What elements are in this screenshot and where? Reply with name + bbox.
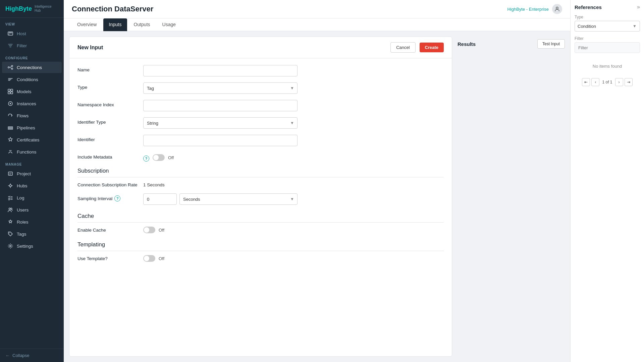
- project-icon: [7, 171, 13, 177]
- templating-section: Templating Use Template? Off: [77, 241, 444, 262]
- sidebar-item-conditions[interactable]: Conditions: [2, 74, 62, 85]
- functions-icon: [7, 149, 13, 155]
- svg-point-2: [9, 34, 9, 35]
- filter-icon: [7, 43, 13, 49]
- create-button[interactable]: Create: [420, 43, 444, 52]
- type-select[interactable]: Tag Property Method: [143, 82, 298, 94]
- tab-overview[interactable]: Overview: [72, 18, 102, 31]
- sidebar-item-models[interactable]: Models: [2, 86, 62, 97]
- page-last-button[interactable]: ⇥: [625, 78, 633, 86]
- view-section-label: VIEW: [0, 18, 64, 27]
- svg-rect-12: [8, 127, 13, 128]
- include-metadata-help-icon[interactable]: ?: [143, 156, 149, 162]
- use-template-toggle-label: Off: [159, 256, 164, 261]
- cancel-button[interactable]: Cancel: [390, 42, 415, 53]
- sidebar-item-hubs[interactable]: Hubs: [2, 180, 62, 191]
- sidebar-item-flows[interactable]: Flows: [2, 110, 62, 121]
- form-header: New Input Cancel Create: [69, 37, 452, 58]
- sidebar-item-hubs-label: Hubs: [17, 183, 28, 188]
- sidebar-item-certificates[interactable]: Certificates: [2, 134, 62, 145]
- type-ref-label: Type: [575, 15, 640, 19]
- sidebar-item-pipelines-label: Pipelines: [17, 125, 35, 130]
- page-next-button[interactable]: ›: [615, 78, 623, 86]
- users-icon: [7, 207, 13, 213]
- host-icon: [7, 31, 13, 37]
- collapse-label: Collapse: [12, 353, 30, 358]
- sidebar-item-log-label: Log: [17, 195, 24, 200]
- sampling-unit-select-wrap: Seconds Milliseconds Minutes ▼: [179, 193, 298, 205]
- sidebar-item-filter[interactable]: Filter: [2, 40, 62, 51]
- type-select-wrap: Tag Property Method ▼: [143, 82, 298, 94]
- sidebar: HighByte IntelligenceHub VIEW Host Filte…: [0, 0, 64, 362]
- instances-icon: [7, 101, 13, 107]
- svg-point-20: [556, 7, 558, 9]
- sidebar-item-instances[interactable]: Instances: [2, 98, 62, 109]
- name-input[interactable]: [143, 65, 298, 76]
- identifier-type-label: Identifier Type: [77, 117, 138, 125]
- filter-ref-label: Filter: [575, 36, 640, 41]
- include-metadata-toggle-label: Off: [168, 155, 174, 160]
- tab-inputs[interactable]: Inputs: [103, 18, 127, 31]
- sidebar-item-host[interactable]: Host: [2, 28, 62, 39]
- tab-outputs[interactable]: Outputs: [128, 18, 156, 31]
- test-input-button[interactable]: Test Input: [537, 39, 565, 49]
- filter-ref-input[interactable]: [575, 42, 640, 53]
- enable-cache-toggle[interactable]: [143, 227, 155, 233]
- log-icon: [7, 195, 13, 201]
- include-metadata-row: Include Metadata ? Off: [77, 152, 444, 162]
- type-row: Type Tag Property Method ▼: [77, 82, 444, 94]
- use-template-row: Use Template? Off: [77, 254, 444, 262]
- sidebar-item-log[interactable]: Log: [2, 192, 62, 203]
- svg-rect-8: [8, 92, 10, 94]
- sidebar-item-settings[interactable]: Settings: [2, 240, 62, 252]
- use-template-toggle-wrap: Off: [143, 254, 164, 262]
- enable-cache-toggle-wrap: Off: [143, 225, 164, 233]
- sidebar-logo: HighByte IntelligenceHub: [0, 0, 64, 18]
- tab-usage[interactable]: Usage: [157, 18, 181, 31]
- namespace-index-input[interactable]: [143, 100, 298, 111]
- page-title: Connection DataServer: [72, 5, 153, 13]
- sidebar-item-users[interactable]: Users: [2, 204, 62, 216]
- collapse-icon: ←: [5, 353, 10, 358]
- enterprise-link[interactable]: HighByte - Enterprise: [507, 7, 549, 12]
- sidebar-item-functions-label: Functions: [17, 149, 37, 155]
- identifier-input[interactable]: [143, 135, 298, 146]
- subscription-rate-row: Connection Subscription Rate 1 Seconds: [77, 180, 444, 187]
- sampling-interval-label: Sampling Interval: [77, 194, 112, 201]
- results-title: Results: [458, 41, 476, 47]
- sidebar-item-pipelines[interactable]: Pipelines: [2, 122, 62, 133]
- sidebar-item-users-label: Users: [17, 207, 29, 213]
- sampling-unit-select[interactable]: Seconds Milliseconds Minutes: [179, 193, 298, 205]
- user-icon-button[interactable]: [552, 4, 562, 14]
- use-template-toggle[interactable]: [143, 255, 155, 262]
- conditions-icon: [7, 76, 13, 82]
- page-prev-button[interactable]: ‹: [591, 78, 599, 86]
- sampling-interval-input[interactable]: [143, 193, 177, 205]
- collapse-button[interactable]: ← Collapse: [0, 349, 64, 362]
- svg-point-16: [9, 208, 11, 210]
- sidebar-item-functions[interactable]: Functions: [2, 146, 62, 158]
- sidebar-item-connections[interactable]: Connections: [2, 62, 62, 73]
- identifier-type-select[interactable]: String Numeric Guid Opaque: [143, 117, 298, 129]
- models-icon: [7, 88, 13, 95]
- namespace-index-label: Namespace Index: [77, 100, 138, 107]
- results-area: Results Test Input: [458, 37, 565, 357]
- svg-point-18: [9, 233, 10, 233]
- subscription-rate-value: 1 Seconds: [143, 180, 165, 187]
- expand-button[interactable]: »: [637, 4, 640, 10]
- tags-icon: [7, 231, 13, 237]
- sidebar-item-tags[interactable]: Tags: [2, 228, 62, 240]
- sampling-interval-help-icon[interactable]: ?: [114, 195, 120, 201]
- identifier-type-select-wrap: String Numeric Guid Opaque ▼: [143, 117, 298, 129]
- include-metadata-toggle[interactable]: [153, 154, 165, 161]
- sidebar-item-flows-label: Flows: [17, 113, 29, 118]
- name-label: Name: [77, 65, 138, 72]
- enable-cache-label: Enable Cache: [77, 225, 138, 233]
- sidebar-item-roles[interactable]: Roles: [2, 216, 62, 228]
- templating-section-title: Templating: [77, 241, 444, 251]
- sidebar-item-project[interactable]: Project: [2, 168, 62, 179]
- type-ref-select[interactable]: Condition Function Model: [575, 21, 640, 32]
- page-first-button[interactable]: ⇤: [582, 78, 590, 86]
- subscription-section: Subscription Connection Subscription Rat…: [77, 168, 444, 205]
- references-panel: References » Type Condition Function Mod…: [570, 0, 644, 362]
